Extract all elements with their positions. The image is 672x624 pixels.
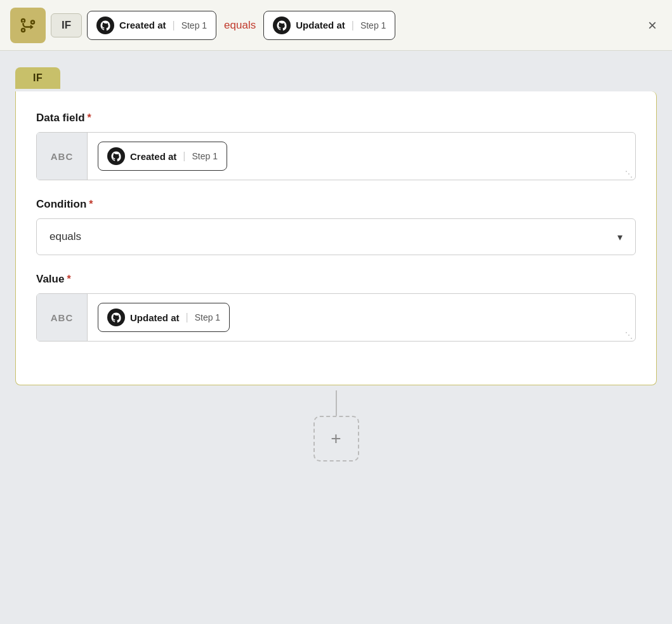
main-content: IF Data field * ABC (0, 51, 672, 624)
branch-icon (18, 16, 37, 35)
header-if-badge[interactable]: IF (51, 13, 82, 37)
github-icon-data-field (107, 147, 125, 165)
value-field-pill[interactable]: Updated at | Step 1 (98, 303, 230, 332)
value-resize-handle[interactable]: ⋱ (625, 331, 633, 339)
header-equals-label: equals (221, 19, 258, 32)
close-button[interactable]: × (643, 13, 662, 38)
github-icon-created (96, 17, 114, 34)
value-field-step: Step 1 (195, 312, 220, 322)
github-icon-value (107, 309, 125, 326)
data-field-label: Data field * (36, 112, 636, 124)
header-updated-field-name: Updated at (296, 20, 345, 30)
header-created-at-pill[interactable]: Created at | Step 1 (87, 11, 216, 40)
branch-icon-button[interactable] (10, 8, 46, 43)
data-field-abc: ABC (37, 133, 88, 180)
data-field-value[interactable]: Created at | Step 1 (88, 133, 635, 180)
github-svg-created (100, 20, 111, 31)
condition-value: equals (49, 230, 81, 243)
github-svg-data (110, 150, 122, 162)
data-field-required: * (88, 112, 91, 124)
data-field-step: Step 1 (192, 151, 218, 161)
data-field-resize-handle[interactable]: ⋱ (625, 170, 633, 178)
header-created-field-step: Step 1 (181, 20, 207, 30)
add-step-container: + (15, 390, 657, 461)
value-input-area[interactable]: ABC Updated at | Step 1 ⋱ (36, 293, 636, 342)
condition-label: Condition * (36, 198, 636, 211)
data-field-name: Created at (130, 151, 176, 162)
github-svg-value (110, 312, 122, 323)
value-required: * (67, 274, 70, 285)
header-updated-field-step: Step 1 (360, 20, 386, 30)
value-field-value[interactable]: Updated at | Step 1 (88, 294, 635, 341)
add-step-button[interactable]: + (313, 416, 359, 461)
value-label: Value * (36, 273, 636, 286)
condition-required: * (89, 199, 93, 210)
condition-dropdown[interactable]: equals ▾ (36, 218, 636, 255)
chevron-down-icon: ▾ (617, 231, 623, 243)
github-svg-updated (276, 20, 287, 31)
github-icon-updated (273, 17, 291, 34)
header-bar: IF Created at | Step 1 equals Updated at… (0, 0, 672, 51)
if-panel-container: IF Data field * ABC (15, 91, 657, 385)
header-updated-at-pill[interactable]: Updated at | Step 1 (263, 11, 395, 40)
if-panel: Data field * ABC Created at | (15, 91, 657, 385)
value-field-name: Updated at (130, 312, 180, 323)
if-tab[interactable]: IF (15, 67, 60, 89)
data-field-input-area[interactable]: ABC Created at | Step 1 ⋱ (36, 132, 636, 180)
connector-line (336, 390, 337, 416)
data-field-pill[interactable]: Created at | Step 1 (98, 142, 227, 171)
header-created-field-name: Created at (119, 20, 166, 30)
value-abc: ABC (37, 294, 88, 341)
